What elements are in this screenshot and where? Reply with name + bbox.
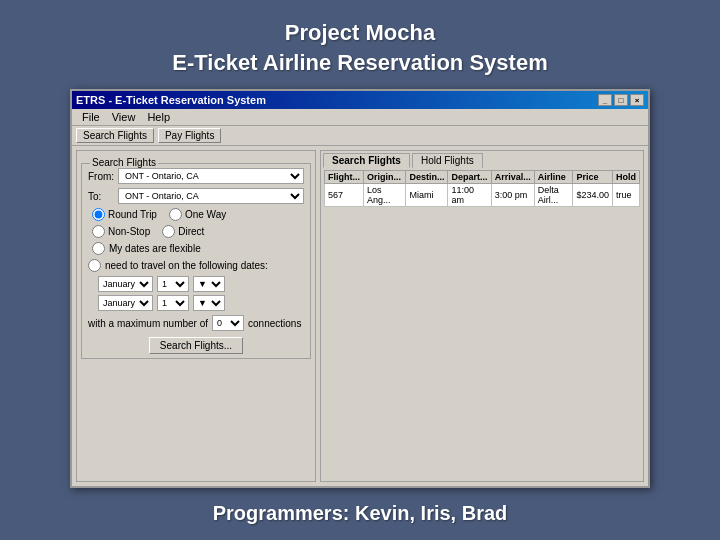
from-label: From: — [88, 171, 118, 182]
menu-view[interactable]: View — [106, 110, 142, 124]
right-panel: Search Flights Hold Flights Flight... Or… — [320, 150, 644, 482]
table-wrapper: Flight... Origin... Destin... Depart... … — [321, 168, 643, 481]
menu-file[interactable]: File — [76, 110, 106, 124]
search-btn-row: Search Flights... — [88, 337, 304, 354]
cell-flight: 567 — [325, 184, 364, 207]
group-legend: Search Flights — [90, 157, 158, 168]
col-header-airline: Airline — [534, 171, 573, 184]
to-label: To: — [88, 191, 118, 202]
search-flights-toolbar-button[interactable]: Search Flights — [76, 128, 154, 143]
flexible-dates-label: My dates are flexible — [109, 243, 201, 254]
toolbar: Search Flights Pay Flights — [72, 126, 648, 146]
one-way-radio[interactable] — [169, 208, 182, 221]
nonstop-radio-label[interactable]: Non-Stop — [92, 225, 150, 238]
date1-day-select[interactable]: 1 — [157, 276, 189, 292]
date1-month-select[interactable]: January — [98, 276, 153, 292]
tab-hold-flights[interactable]: Hold Flights — [412, 153, 483, 168]
need-travel-radio[interactable] — [88, 259, 101, 272]
cell-price: $234.00 — [573, 184, 613, 207]
search-flights-button[interactable]: Search Flights... — [149, 337, 243, 354]
menu-help[interactable]: Help — [141, 110, 176, 124]
col-header-hold: Hold — [612, 171, 639, 184]
window-titlebar: ETRS - E-Ticket Reservation System _ □ × — [72, 91, 648, 109]
page-title: Project Mocha E-Ticket Airline Reservati… — [172, 0, 547, 89]
table-row[interactable]: 567 Los Ang... Miami 11:00 am 3:00 pm De… — [325, 184, 640, 207]
trip-type-row: Round Trip One Way — [88, 208, 304, 221]
connections-suffix-label: connections — [248, 318, 301, 329]
round-trip-radio-label[interactable]: Round Trip — [92, 208, 157, 221]
nonstop-radio[interactable] — [92, 225, 105, 238]
col-header-price: Price — [573, 171, 613, 184]
from-select[interactable]: ONT - Ontario, CA — [118, 168, 304, 184]
date2-month-select[interactable]: January — [98, 295, 153, 311]
tab-search-flights[interactable]: Search Flights — [323, 153, 410, 168]
menu-bar: File View Help — [72, 109, 648, 126]
window-title: ETRS - E-Ticket Reservation System — [76, 94, 266, 106]
main-area: Search Flights From: ONT - Ontario, CA T… — [72, 146, 648, 486]
titlebar-buttons: _ □ × — [598, 94, 644, 106]
footer-text: Programmers: Kevin, Iris, Brad — [213, 488, 508, 539]
one-way-radio-label[interactable]: One Way — [169, 208, 226, 221]
cell-arrival: 3:00 pm — [491, 184, 534, 207]
date1-year-select[interactable]: ▼ — [193, 276, 225, 292]
date2-row: January 1 ▼ — [88, 295, 304, 311]
close-button[interactable]: × — [630, 94, 644, 106]
round-trip-radio[interactable] — [92, 208, 105, 221]
col-header-origin: Origin... — [364, 171, 406, 184]
cell-origin: Los Ang... — [364, 184, 406, 207]
to-row: To: ONT - Ontario, CA — [88, 188, 304, 204]
direct-radio[interactable] — [162, 225, 175, 238]
cell-depart: 11:00 am — [448, 184, 491, 207]
col-header-arrival: Arrival... — [491, 171, 534, 184]
date2-year-select[interactable]: ▼ — [193, 295, 225, 311]
flights-table: Flight... Origin... Destin... Depart... … — [324, 170, 640, 207]
connections-row: with a maximum number of 0 connections — [88, 315, 304, 331]
flexible-dates-row: My dates are flexible — [88, 242, 304, 255]
date1-row: January 1 ▼ — [88, 276, 304, 292]
left-panel: Search Flights From: ONT - Ontario, CA T… — [76, 150, 316, 482]
application-window: ETRS - E-Ticket Reservation System _ □ ×… — [70, 89, 650, 488]
col-header-flight: Flight... — [325, 171, 364, 184]
col-header-destination: Destin... — [406, 171, 448, 184]
stop-type-row: Non-Stop Direct — [88, 225, 304, 238]
need-travel-label: need to travel on the following dates: — [105, 260, 268, 271]
connections-select[interactable]: 0 — [212, 315, 244, 331]
date2-day-select[interactable]: 1 — [157, 295, 189, 311]
tab-bar: Search Flights Hold Flights — [321, 151, 643, 168]
minimize-button[interactable]: _ — [598, 94, 612, 106]
pay-flights-toolbar-button[interactable]: Pay Flights — [158, 128, 221, 143]
col-header-depart: Depart... — [448, 171, 491, 184]
cell-hold: true — [612, 184, 639, 207]
direct-radio-label[interactable]: Direct — [162, 225, 204, 238]
maximize-button[interactable]: □ — [614, 94, 628, 106]
from-row: From: ONT - Ontario, CA — [88, 168, 304, 184]
to-select[interactable]: ONT - Ontario, CA — [118, 188, 304, 204]
connections-prefix-label: with a maximum number of — [88, 318, 208, 329]
cell-airline: Delta Airl... — [534, 184, 573, 207]
search-flights-group: Search Flights From: ONT - Ontario, CA T… — [81, 163, 311, 359]
need-travel-row: need to travel on the following dates: — [88, 259, 304, 272]
flexible-dates-radio[interactable] — [92, 242, 105, 255]
cell-destination: Miami — [406, 184, 448, 207]
